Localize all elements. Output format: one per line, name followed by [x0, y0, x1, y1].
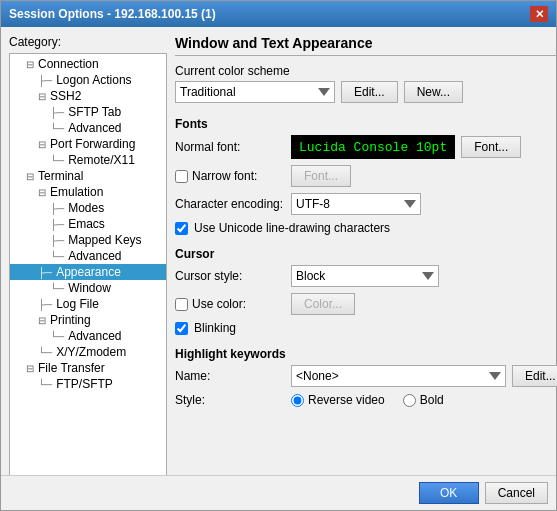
- sidebar-item-advanced-ssh[interactable]: └─ Advanced: [10, 120, 166, 136]
- bottom-bar: OK Cancel: [1, 475, 556, 510]
- sidebar-item-xyz-modem[interactable]: └─ X/Y/Zmodem: [10, 344, 166, 360]
- sidebar-item-file-transfer[interactable]: ⊟ File Transfer: [10, 360, 166, 376]
- cursor-style-select[interactable]: Block Underline Vertical Bar: [291, 265, 439, 287]
- fonts-label: Fonts: [175, 117, 557, 131]
- connector-icon: ⊟: [38, 187, 46, 198]
- sidebar-item-window[interactable]: └─ Window: [10, 280, 166, 296]
- connector-icon: └─: [50, 331, 64, 342]
- sidebar-item-label: FTP/SFTP: [56, 377, 113, 391]
- sidebar-item-label: SFTP Tab: [68, 105, 121, 119]
- connector-icon: ⊟: [38, 91, 46, 102]
- fonts-group: Fonts Normal font: Lucida Console 10pt F…: [175, 117, 557, 239]
- sidebar-item-port-forwarding[interactable]: ⊟ Port Forwarding: [10, 136, 166, 152]
- color-scheme-row: Traditional Linux Solarized Dark Edit...…: [175, 81, 557, 103]
- reverse-video-radio-row: Reverse video: [291, 393, 385, 407]
- sidebar-item-label: File Transfer: [38, 361, 105, 375]
- connector-icon: ⊟: [38, 139, 46, 150]
- sidebar-item-advanced-print[interactable]: └─ Advanced: [10, 328, 166, 344]
- blinking-row: Blinking: [175, 321, 557, 335]
- sidebar-item-label: Printing: [50, 313, 91, 327]
- sidebar-item-remote-x11[interactable]: └─ Remote/X11: [10, 152, 166, 168]
- color-scheme-new-button[interactable]: New...: [404, 81, 463, 103]
- sidebar-item-label: Terminal: [38, 169, 83, 183]
- section-title: Window and Text Appearance: [175, 35, 557, 56]
- use-color-label-row: Use color:: [175, 297, 285, 311]
- sidebar-item-appearance[interactable]: ├─ Appearance: [10, 264, 166, 280]
- color-scheme-label: Current color scheme: [175, 64, 557, 78]
- bold-radio-row: Bold: [403, 393, 444, 407]
- normal-font-button[interactable]: Font...: [461, 136, 521, 158]
- cursor-style-row: Cursor style: Block Underline Vertical B…: [175, 265, 557, 287]
- cursor-group: Cursor Cursor style: Block Underline Ver…: [175, 247, 557, 339]
- use-color-label: Use color:: [192, 297, 246, 311]
- highlight-style-label: Style:: [175, 393, 285, 407]
- sidebar-item-logon-actions[interactable]: ├─ Logon Actions: [10, 72, 166, 88]
- encoding-label: Character encoding:: [175, 197, 285, 211]
- sidebar-item-advanced-term[interactable]: └─ Advanced: [10, 248, 166, 264]
- connector-icon: ⊟: [26, 59, 34, 70]
- bold-label: Bold: [420, 393, 444, 407]
- unicode-row: Use Unicode line-drawing characters: [175, 221, 557, 235]
- highlight-name-select[interactable]: <None>: [291, 365, 506, 387]
- connector-icon: ├─: [38, 299, 52, 310]
- sidebar-item-label: Advanced: [68, 121, 121, 135]
- sidebar-item-label: Emulation: [50, 185, 103, 199]
- connector-icon: ⊟: [26, 171, 34, 182]
- connector-icon: ├─: [38, 267, 52, 278]
- sidebar-item-emulation[interactable]: ⊟ Emulation: [10, 184, 166, 200]
- sidebar-item-label: Connection: [38, 57, 99, 71]
- sidebar-item-label: Window: [68, 281, 111, 295]
- connector-icon: ⊟: [38, 315, 46, 326]
- encoding-select[interactable]: UTF-8 ISO-8859-1 Windows-1252: [291, 193, 421, 215]
- connector-icon: ⊟: [26, 363, 34, 374]
- connector-icon: └─: [50, 155, 64, 166]
- highlight-edit-button[interactable]: Edit...: [512, 365, 557, 387]
- sidebar-item-printing[interactable]: ⊟ Printing: [10, 312, 166, 328]
- sidebar-item-log-file[interactable]: ├─ Log File: [10, 296, 166, 312]
- narrow-font-button[interactable]: Font...: [291, 165, 351, 187]
- category-label: Category:: [9, 35, 167, 49]
- sidebar-item-modes[interactable]: ├─ Modes: [10, 200, 166, 216]
- sidebar-item-sftp-tab[interactable]: ├─ SFTP Tab: [10, 104, 166, 120]
- unicode-label: Use Unicode line-drawing characters: [194, 221, 390, 235]
- narrow-font-checkbox[interactable]: [175, 170, 188, 183]
- connector-icon: ├─: [50, 107, 64, 118]
- normal-font-label: Normal font:: [175, 140, 285, 154]
- sidebar-item-ssh2[interactable]: ⊟ SSH2: [10, 88, 166, 104]
- sidebar-item-label: SSH2: [50, 89, 81, 103]
- font-display: Lucida Console 10pt: [291, 135, 455, 159]
- sidebar-item-label: Advanced: [68, 329, 121, 343]
- ok-button[interactable]: OK: [419, 482, 479, 504]
- connector-icon: └─: [50, 283, 64, 294]
- close-button[interactable]: ✕: [530, 6, 548, 22]
- highlight-name-label: Name:: [175, 369, 285, 383]
- narrow-font-row: Narrow font: Font...: [175, 165, 557, 187]
- cancel-button[interactable]: Cancel: [485, 482, 548, 504]
- unicode-checkbox[interactable]: [175, 222, 188, 235]
- bold-radio[interactable]: [403, 394, 416, 407]
- color-scheme-edit-button[interactable]: Edit...: [341, 81, 398, 103]
- use-color-row: Use color: Color...: [175, 293, 557, 315]
- sidebar-item-emacs[interactable]: ├─ Emacs: [10, 216, 166, 232]
- sidebar-item-label: Advanced: [68, 249, 121, 263]
- connector-icon: └─: [50, 251, 64, 262]
- sidebar-item-ftp-sftp[interactable]: └─ FTP/SFTP: [10, 376, 166, 392]
- connector-icon: └─: [50, 123, 64, 134]
- connector-icon: ├─: [50, 235, 64, 246]
- color-scheme-select[interactable]: Traditional Linux Solarized Dark: [175, 81, 335, 103]
- left-panel: Category: ⊟ Connection ├─ Logon Actions: [9, 35, 167, 467]
- reverse-video-radio[interactable]: [291, 394, 304, 407]
- color-scheme-group: Current color scheme Traditional Linux S…: [175, 64, 557, 109]
- highlight-name-row: Name: <None> Edit...: [175, 365, 557, 387]
- sidebar-item-mapped-keys[interactable]: ├─ Mapped Keys: [10, 232, 166, 248]
- connector-icon: └─: [38, 379, 52, 390]
- connector-icon: ├─: [38, 75, 52, 86]
- cursor-label: Cursor: [175, 247, 557, 261]
- color-button[interactable]: Color...: [291, 293, 355, 315]
- blinking-checkbox[interactable]: [175, 322, 188, 335]
- right-panel: Window and Text Appearance Current color…: [175, 35, 557, 467]
- sidebar-item-connection[interactable]: ⊟ Connection: [10, 56, 166, 72]
- session-options-window: Session Options - 192.168.100.15 (1) ✕ C…: [0, 0, 557, 511]
- use-color-checkbox[interactable]: [175, 298, 188, 311]
- sidebar-item-terminal[interactable]: ⊟ Terminal: [10, 168, 166, 184]
